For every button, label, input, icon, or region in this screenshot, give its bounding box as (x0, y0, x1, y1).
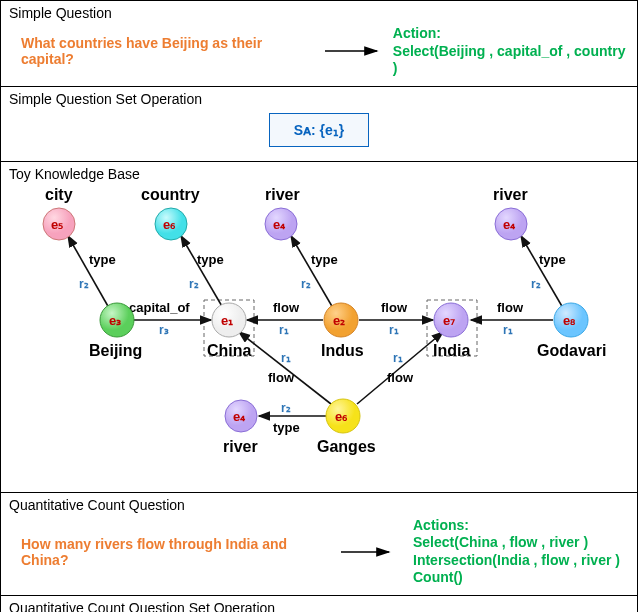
arrow-icon (339, 544, 395, 560)
panel-title-simple-q: Simple Question (9, 5, 629, 21)
node-label-e2: e₂ (333, 313, 345, 328)
edge-label-type: type (89, 252, 116, 267)
node-label-e6-country: e₆ (163, 217, 176, 232)
type-label-river-tr: river (493, 186, 528, 203)
node-label-e4-tr: e₄ (503, 217, 516, 232)
node-label-e8: e₈ (563, 313, 576, 328)
edge-indus-type-river (291, 236, 333, 308)
edge-label-r2-c: r₂ (301, 277, 311, 291)
edge-ganges-flow-india (357, 332, 443, 404)
edge-label-r2-b: r₂ (189, 277, 199, 291)
edge-china-type-country (181, 236, 223, 308)
panel-quant-set-op: Quantitative Count Question Set Operatio… (0, 595, 638, 613)
type-label-river-tl: river (265, 186, 300, 203)
node-label-e6-g: e₆ (335, 409, 348, 424)
edge-label-r2-e: r₂ (281, 401, 291, 415)
panel-quant-count-q: Quantitative Count Question How many riv… (0, 492, 638, 595)
edge-beijing-type-city (68, 236, 109, 308)
quant-question-text: How many rivers flow through India and C… (9, 536, 321, 568)
edge-label-r1-b: r₁ (389, 323, 399, 337)
type-label-country: country (141, 186, 200, 203)
panel-title-quant-q: Quantitative Count Question (9, 497, 629, 513)
action-header: Action: (393, 25, 629, 43)
edge-label-type-d: type (539, 252, 566, 267)
panel-title-kb: Toy Knowledge Base (9, 166, 629, 182)
edge-label-r2: r₂ (79, 277, 89, 291)
action-body: Select(Beijing , capital_of , country ) (393, 43, 629, 78)
panel-title-quant-set: Quantitative Count Question Set Operatio… (9, 600, 629, 613)
quant-question-actions: Actions: Select(China , flow , river ) I… (413, 517, 620, 587)
node-label-e1: e₁ (221, 313, 233, 328)
simple-set-box: Sᴀ: {e₁} (269, 113, 370, 147)
panel-title-simple-set: Simple Question Set Operation (9, 91, 629, 107)
edge-label-flow-e: flow (387, 370, 414, 385)
edge-label-r1-a: r₁ (279, 323, 289, 337)
edge-label-r1-e: r₁ (393, 351, 403, 365)
node-label-e5: e₅ (51, 217, 63, 232)
node-label-e7: e₇ (443, 313, 455, 328)
edge-godavari-type-river (521, 236, 563, 308)
type-label-city: city (45, 186, 73, 203)
name-godavari: Godavari (537, 342, 606, 359)
panel-simple-question: Simple Question What countries have Beij… (0, 0, 638, 86)
name-ganges: Ganges (317, 438, 376, 455)
node-label-e4-tl: e₄ (273, 217, 286, 232)
simple-question-action: Action: Select(Beijing , capital_of , co… (393, 25, 629, 78)
panel-knowledge-base: Toy Knowledge Base type (0, 161, 638, 492)
edge-label-r2-d: r₂ (531, 277, 541, 291)
quant-action-line-3: Count() (413, 569, 620, 587)
name-china: China (207, 342, 252, 359)
simple-question-text: What countries have Beijing as their cap… (9, 35, 313, 67)
edge-ganges-flow-china (239, 332, 331, 404)
quant-action-line-2: Intersection(India , flow , river ) (413, 552, 620, 570)
edge-label-type-c: type (311, 252, 338, 267)
edge-label-type-b: type (197, 252, 224, 267)
quant-action-line-1: Select(China , flow , river ) (413, 534, 620, 552)
edge-label-capitalof: capital_of (129, 300, 190, 315)
edge-label-flow-a: flow (273, 300, 300, 315)
edge-label-r1-d: r₁ (281, 351, 291, 365)
edge-label-flow-b: flow (381, 300, 408, 315)
type-label-river-b: river (223, 438, 258, 455)
knowledge-graph-svg: type r₂ type r₂ type r₂ type r₂ capital_… (1, 186, 637, 476)
quant-action-header: Actions: (413, 517, 620, 535)
name-indus: Indus (321, 342, 364, 359)
arrow-icon (323, 43, 383, 59)
edge-label-flow-d: flow (268, 370, 295, 385)
figure-root: Simple Question What countries have Beij… (0, 0, 638, 612)
name-beijing: Beijing (89, 342, 142, 359)
name-india: India (433, 342, 470, 359)
edge-label-r1-c: r₁ (503, 323, 513, 337)
panel-simple-set-op: Simple Question Set Operation Sᴀ: {e₁} (0, 86, 638, 161)
node-label-e3: e₃ (109, 313, 121, 328)
edge-label-type-e: type (273, 420, 300, 435)
node-label-e4-b: e₄ (233, 409, 246, 424)
edge-label-r3: r₃ (159, 323, 169, 337)
edge-label-flow-c: flow (497, 300, 524, 315)
